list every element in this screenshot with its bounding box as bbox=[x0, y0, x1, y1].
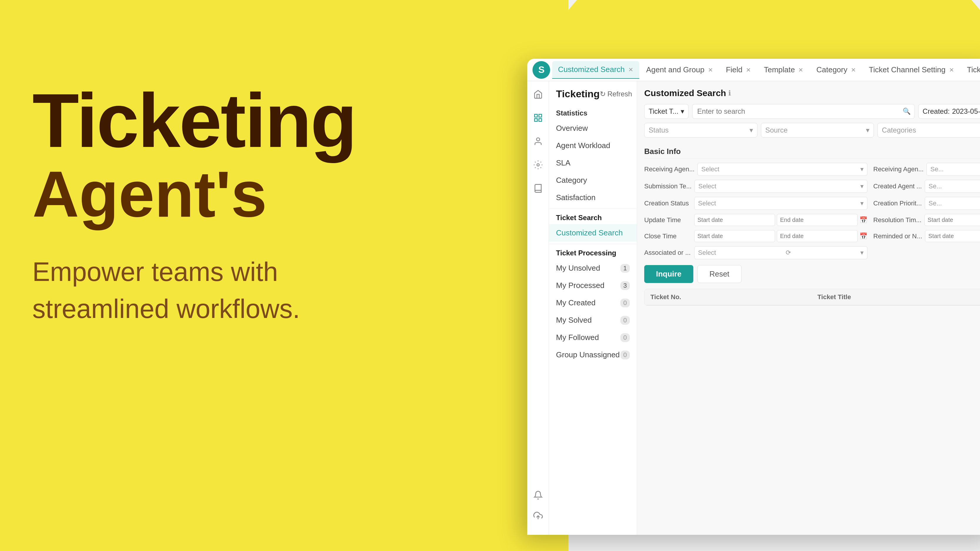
nav-item-my-processed[interactable]: My Processed 3 bbox=[549, 277, 637, 294]
nav-item-my-solved[interactable]: My Solved 0 bbox=[549, 311, 637, 329]
main-content: Customized Search ℹ Ticket T... ▾ 🔍 Crea… bbox=[637, 81, 980, 535]
nav-item-sla[interactable]: SLA bbox=[549, 154, 637, 171]
nav-item-my-created-badge: 0 bbox=[620, 299, 630, 307]
tab-field[interactable]: Field ✕ bbox=[720, 61, 757, 79]
nav-item-my-followed-label: My Followed bbox=[556, 333, 599, 342]
associated-select[interactable]: Select ⟳ ▾ bbox=[694, 246, 867, 259]
categories-filter[interactable]: Categories ▾ bbox=[877, 123, 980, 138]
nav-item-my-processed-label: My Processed bbox=[556, 281, 605, 290]
search-input-wrap: 🔍 bbox=[692, 104, 915, 119]
hero-title-line2: Agent's bbox=[32, 159, 356, 230]
source-filter[interactable]: Source ▾ bbox=[761, 123, 874, 138]
receiving-agent-select[interactable]: Select ▾ bbox=[697, 163, 867, 176]
tab-template-close[interactable]: ✕ bbox=[798, 67, 803, 73]
receiving-agent-right-select[interactable]: Se... ▾ bbox=[926, 163, 980, 176]
tab-agent-group[interactable]: Agent and Group ✕ bbox=[640, 61, 719, 79]
icon-sidebar bbox=[527, 81, 549, 535]
settings-icon-btn[interactable] bbox=[531, 157, 546, 172]
reminded-start[interactable] bbox=[925, 230, 980, 242]
tab-ticket-channel[interactable]: Ticket Channel Setting ✕ bbox=[863, 61, 960, 79]
tab-agent-group-label: Agent and Group bbox=[646, 65, 705, 75]
tab-bar: S Customized Search ✕ Agent and Group ✕ … bbox=[527, 59, 980, 81]
associated-placeholder: Select bbox=[698, 249, 716, 257]
user-icon-btn[interactable] bbox=[531, 134, 546, 149]
tab-customized-search[interactable]: Customized Search ✕ bbox=[552, 61, 639, 79]
btn-row: Inquire Reset bbox=[644, 265, 980, 283]
close-time-end[interactable] bbox=[777, 230, 858, 242]
grid-icon-btn[interactable] bbox=[531, 111, 546, 125]
creation-priority-select[interactable]: Se... ▾ bbox=[925, 197, 980, 210]
tab-template[interactable]: Template ✕ bbox=[758, 61, 810, 79]
creation-status-select[interactable]: Select ▾ bbox=[694, 197, 867, 210]
search-icon: 🔍 bbox=[903, 108, 911, 115]
nav-item-my-unsolved[interactable]: My Unsolved 1 bbox=[549, 259, 637, 277]
creation-status-label: Creation Status bbox=[644, 200, 691, 207]
inquire-button[interactable]: Inquire bbox=[644, 265, 693, 283]
tab-category-close[interactable]: ✕ bbox=[851, 67, 856, 73]
status-filter[interactable]: Status ▾ bbox=[644, 123, 757, 138]
update-time-start[interactable] bbox=[694, 214, 775, 226]
submission-te-chevron: ▾ bbox=[860, 183, 864, 190]
refresh-button[interactable]: ↻ Refresh bbox=[600, 90, 632, 98]
app-window: S Customized Search ✕ Agent and Group ✕ … bbox=[527, 59, 980, 535]
svg-point-5 bbox=[537, 164, 539, 166]
nav-item-category[interactable]: Category bbox=[549, 171, 637, 189]
submission-te-placeholder: Select bbox=[698, 183, 716, 190]
resolution-time-start[interactable] bbox=[924, 214, 980, 226]
reset-button[interactable]: Reset bbox=[697, 265, 741, 283]
created-date: 2023-05-... bbox=[952, 107, 980, 116]
app-logo: S bbox=[533, 61, 550, 79]
tab-field-label: Field bbox=[726, 65, 743, 75]
upload-icon-btn[interactable] bbox=[531, 508, 546, 523]
bell-icon-btn[interactable] bbox=[531, 488, 546, 502]
tab-more[interactable]: Tick... bbox=[961, 61, 980, 79]
receiving-agent-label: Receiving Agen... bbox=[644, 165, 695, 173]
tab-category[interactable]: Category ✕ bbox=[810, 61, 862, 79]
form-row-receiving-agent-right: Receiving Agen... Se... ▾ bbox=[873, 163, 980, 176]
nav-item-sla-label: SLA bbox=[556, 159, 570, 167]
status-placeholder: Status bbox=[649, 126, 669, 134]
nav-item-satisfaction-label: Satisfaction bbox=[556, 193, 595, 202]
table-col-ticket-no: Ticket No. bbox=[651, 293, 818, 301]
close-time-calendar-icon: 📅 bbox=[859, 232, 867, 240]
main-area: Ticketing ↻ Refresh Statistics Overview … bbox=[527, 81, 980, 535]
nav-item-category-label: Category bbox=[556, 176, 587, 185]
nav-item-group-unassigned-badge: 0 bbox=[620, 351, 630, 359]
close-time-start[interactable] bbox=[694, 230, 775, 242]
hero-content: Ticketing Agent's Empower teams with str… bbox=[32, 82, 356, 327]
receiving-agent-right-placeholder: Se... bbox=[930, 165, 943, 173]
creation-status-chevron: ▾ bbox=[860, 200, 864, 207]
book-icon-btn[interactable] bbox=[531, 181, 546, 196]
nav-item-customized-search[interactable]: Customized Search bbox=[549, 224, 637, 241]
nav-item-my-created[interactable]: My Created 0 bbox=[549, 294, 637, 311]
ticket-type-select[interactable]: Ticket T... ▾ bbox=[644, 104, 689, 119]
resolution-time-label: Resolution Tim... bbox=[873, 216, 921, 224]
ticket-processing-section-title: Ticket Processing bbox=[549, 244, 637, 259]
created-date-select[interactable]: Created: 2023-05-... bbox=[918, 104, 980, 119]
nav-item-my-followed[interactable]: My Followed 0 bbox=[549, 329, 637, 346]
form-row-resolution-time: Resolution Tim... bbox=[873, 214, 980, 226]
nav-item-overview[interactable]: Overview bbox=[549, 120, 637, 137]
home-icon-btn[interactable] bbox=[531, 87, 546, 102]
nav-item-agent-workload[interactable]: Agent Workload bbox=[549, 137, 637, 154]
reminded-range bbox=[925, 230, 980, 242]
form-row-submission-te: Submission Te... Select ▾ bbox=[644, 180, 867, 193]
form-row-created-agent: Created Agent ... Se... ▾ bbox=[873, 180, 980, 193]
nav-item-satisfaction[interactable]: Satisfaction bbox=[549, 189, 637, 206]
nav-item-group-unassigned[interactable]: Group Unassigned 0 bbox=[549, 346, 637, 364]
tab-field-close[interactable]: ✕ bbox=[746, 67, 751, 73]
tab-ticket-channel-close[interactable]: ✕ bbox=[949, 67, 954, 73]
tab-ticket-channel-label: Ticket Channel Setting bbox=[869, 65, 946, 75]
form-row-empty bbox=[873, 246, 980, 259]
update-time-end[interactable] bbox=[777, 214, 858, 226]
created-agent-select[interactable]: Se... ▾ bbox=[925, 180, 980, 193]
submission-te-select[interactable]: Select ▾ bbox=[695, 180, 867, 193]
search-input[interactable] bbox=[692, 104, 915, 119]
update-time-calendar-icon: 📅 bbox=[859, 216, 867, 224]
tab-customized-search-close[interactable]: ✕ bbox=[628, 66, 633, 73]
statistics-section-title: Statistics bbox=[549, 104, 637, 120]
form-row-close-time: Close Time 📅 bbox=[644, 230, 867, 242]
nav-item-agent-workload-label: Agent Workload bbox=[556, 141, 610, 150]
nav-title: Ticketing bbox=[556, 88, 600, 100]
tab-agent-group-close[interactable]: ✕ bbox=[708, 67, 713, 73]
